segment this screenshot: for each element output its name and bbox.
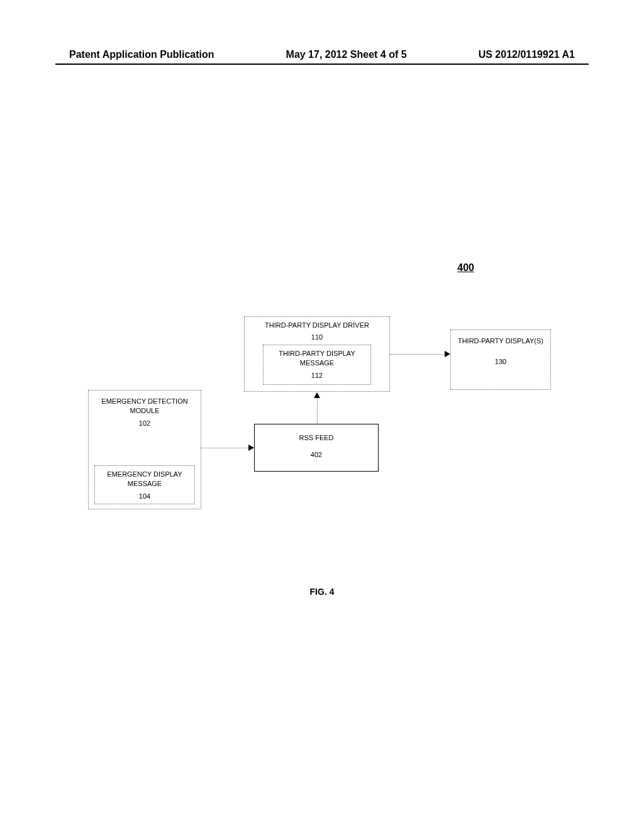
block-rss-feed: RSS FEED 402: [254, 424, 379, 472]
diagram: EMERGENCY DETECTION MODULE 102 EMERGENCY…: [0, 302, 644, 616]
block-tpd-title: THIRD-PARTY DISPLAY(S): [453, 336, 548, 346]
arrowhead-edm-to-rss: [248, 445, 254, 451]
block-edm-num: 102: [89, 419, 201, 428]
block-edm-label: EMERGENCY DETECTION MODULE 102: [89, 397, 201, 428]
block-edm-title: EMERGENCY DETECTION MODULE: [89, 397, 201, 416]
arrow-rss-to-tpdd: [317, 397, 318, 424]
arrow-tpdd-to-tpd: [390, 354, 445, 355]
block-tpdd-label: THIRD-PARTY DISPLAY DRIVER 110: [245, 321, 389, 343]
block-tpd-num: 130: [453, 357, 548, 367]
header-right: US 2012/0119921 A1: [479, 49, 575, 60]
figure-number: 400: [457, 262, 474, 274]
block-tpdd-msg-title: THIRD-PARTY DISPLAY MESSAGE: [266, 349, 368, 368]
block-tpdd-msg-num: 112: [266, 371, 368, 380]
page-header: Patent Application Publication May 17, 2…: [0, 49, 644, 60]
arrowhead-tpdd-to-tpd: [445, 351, 450, 357]
block-tpdd-title: THIRD-PARTY DISPLAY DRIVER: [245, 321, 389, 330]
header-center: May 17, 2012 Sheet 4 of 5: [286, 49, 407, 60]
header-left: Patent Application Publication: [69, 49, 214, 60]
block-third-party-display-message: THIRD-PARTY DISPLAY MESSAGE 112: [263, 345, 371, 385]
arrow-edm-to-rss: [201, 448, 249, 448]
block-rss-num: 402: [257, 450, 375, 460]
arrowhead-rss-to-tpdd: [314, 392, 320, 398]
block-third-party-displays: THIRD-PARTY DISPLAY(S) 130: [450, 329, 551, 390]
block-emergency-display-message: EMERGENCY DISPLAY MESSAGE 104: [94, 465, 195, 504]
block-edm-msg-num: 104: [97, 492, 192, 501]
block-rss-title: RSS FEED: [257, 433, 375, 443]
block-tpdd-num: 110: [245, 333, 389, 342]
header-divider: [55, 64, 589, 65]
block-edm-msg-title: EMERGENCY DISPLAY MESSAGE: [97, 470, 192, 489]
figure-caption: FIG. 4: [0, 587, 644, 597]
